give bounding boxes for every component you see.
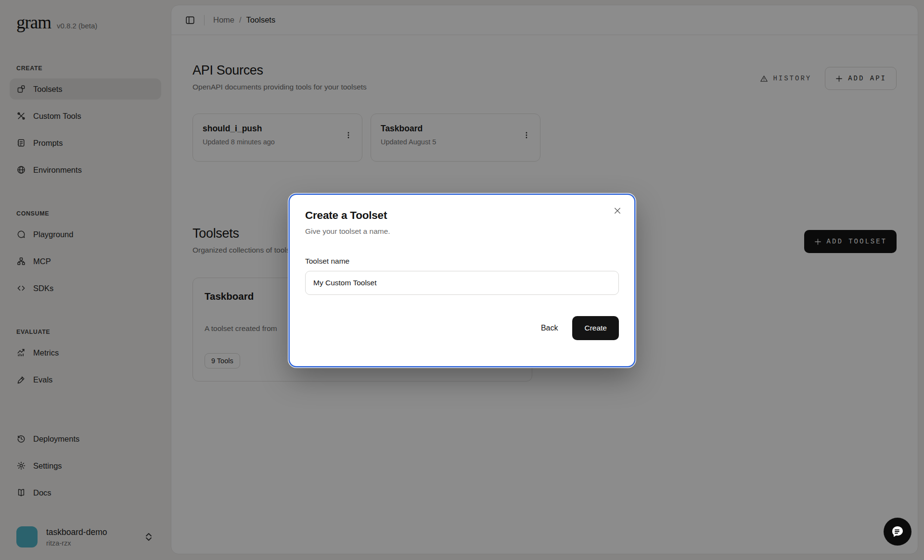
create-toolset-dialog: Create a Toolset Give your toolset a nam…	[290, 195, 634, 366]
dialog-footer: Back Create	[305, 316, 619, 340]
chat-bubble-icon	[890, 524, 905, 539]
chat-widget-button[interactable]	[884, 518, 911, 546]
toolset-name-input[interactable]	[305, 271, 619, 295]
dialog-title: Create a Toolset	[305, 209, 619, 222]
create-button[interactable]: Create	[572, 316, 619, 340]
dialog-subtitle: Give your toolset a name.	[305, 227, 619, 236]
close-icon[interactable]	[613, 206, 622, 215]
back-button[interactable]: Back	[533, 318, 566, 338]
toolset-name-label: Toolset name	[305, 257, 619, 266]
